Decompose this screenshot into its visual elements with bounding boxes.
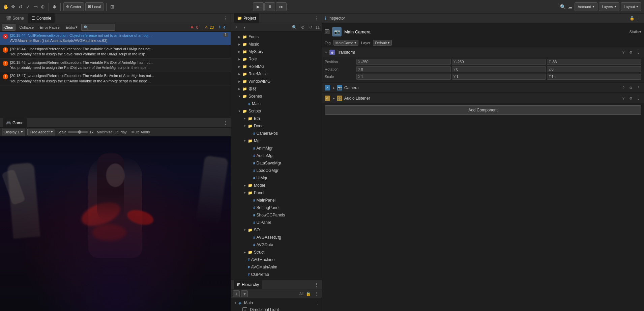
tag-dropdown[interactable]: MainCame ▾ xyxy=(333,40,358,46)
hierarchy-menu-icon[interactable]: ⋮ xyxy=(313,290,320,297)
audio-help-button[interactable]: ? xyxy=(620,95,626,101)
script-datasavemgr[interactable]: # DataSaveMgr xyxy=(231,159,322,167)
camera-settings-button[interactable]: ⚙ xyxy=(628,85,634,91)
tab-scene[interactable]: 🎬 Scene xyxy=(3,14,27,23)
snap-icon[interactable]: ⊞ xyxy=(109,4,115,10)
scale-z-field[interactable]: Z 1 xyxy=(547,74,641,80)
script-audiomgr[interactable]: # AudioMgr xyxy=(231,152,322,159)
script-avgmainanim[interactable]: # AVGMainAnim xyxy=(231,263,322,271)
folder-mgr[interactable]: ▼ 📁 Mgr xyxy=(231,137,322,145)
folder-role[interactable]: ▶ 📁 Role xyxy=(231,55,322,63)
folder-windowimg[interactable]: ▶ 📁 WindowIMG xyxy=(231,78,322,85)
script-loadcgmgr[interactable]: # LoadCGMgr xyxy=(231,167,322,174)
folder-so[interactable]: ▼ 📁 SO xyxy=(231,226,322,234)
console-entry[interactable]: ✕ [20:18:44] NullReferenceException: Obj… xyxy=(0,32,231,45)
script-mainpanel[interactable]: # MainPanel xyxy=(231,197,322,204)
component-menu-button[interactable]: ⋮ xyxy=(635,49,641,55)
hierarchy-add-dropdown[interactable]: ▾ xyxy=(241,290,248,297)
console-entry[interactable]: ! [20:18:47] UnassignedReferenceExceptio… xyxy=(0,72,231,85)
info-badge[interactable]: ℹ 4 xyxy=(217,25,229,30)
refresh-icon[interactable]: ↺ xyxy=(308,24,314,31)
pivot-center-button[interactable]: ⊙ Center xyxy=(63,2,84,11)
rotation-y-field[interactable]: Y 0 xyxy=(452,66,546,72)
scene-menu-button[interactable]: ⋮ xyxy=(316,301,319,305)
audio-menu-button[interactable]: ⋮ xyxy=(635,95,641,101)
play-button[interactable]: ▶ xyxy=(253,2,264,11)
hierarchy-panel-menu[interactable]: ⋮ xyxy=(314,282,319,287)
folder-panel[interactable]: ▼ 📁 Panel xyxy=(231,189,322,197)
console-entry[interactable]: ! [20:18:44] UnassignedReferenceExceptio… xyxy=(0,45,231,59)
layout-button[interactable]: Layout ▾ xyxy=(621,2,641,11)
cloud-icon[interactable]: ☁ xyxy=(567,4,573,10)
position-z-field[interactable]: Z -33 xyxy=(547,59,641,65)
transform-tool[interactable]: ⊕ xyxy=(40,4,46,10)
console-panel-menu[interactable]: ⋮ xyxy=(223,16,228,21)
rotate-tool[interactable]: ↺ xyxy=(18,4,24,10)
camera-enabled-checkbox[interactable]: ✓ xyxy=(325,85,330,90)
maximize-on-play-button[interactable]: Maximize On Play xyxy=(95,129,128,135)
component-help-button[interactable]: ? xyxy=(620,49,626,55)
scale-slider[interactable] xyxy=(68,131,88,133)
warn-badge[interactable]: ⚠ 23 xyxy=(203,25,216,30)
inspector-menu-button[interactable]: ⋮ xyxy=(637,16,641,21)
component-settings-button[interactable]: ⚙ xyxy=(628,49,634,55)
search-project-icon[interactable]: 🔍 xyxy=(291,24,298,31)
tab-game[interactable]: 🎮 Game xyxy=(3,118,27,127)
folder-model[interactable]: ▶ 📁 Model xyxy=(231,182,322,189)
clear-button[interactable]: Clear xyxy=(2,24,16,31)
folder-scenes[interactable]: ▼ 📁 Scenes xyxy=(231,93,322,100)
hierarchy-item-directional-light[interactable]: □ Directional Light xyxy=(231,306,322,311)
folder-scripts[interactable]: ▼ 📁 Scripts xyxy=(231,107,322,115)
folder-material[interactable]: ▶ 📁 素材 xyxy=(231,85,322,93)
search-icon[interactable]: 🔍 xyxy=(560,4,566,10)
game-panel-menu[interactable]: ⋮ xyxy=(223,120,228,126)
step-button[interactable]: ⏭ xyxy=(276,2,287,11)
tab-console[interactable]: ☰ Console xyxy=(28,14,55,23)
audio-enabled-checkbox[interactable]: ✓ xyxy=(325,96,330,101)
pause-button[interactable]: ⏸ xyxy=(264,2,275,11)
move-tool[interactable]: ✥ xyxy=(10,4,16,10)
hierarchy-add-button[interactable]: + xyxy=(233,290,240,297)
project-panel-menu[interactable]: ⋮ xyxy=(314,16,319,21)
account-button[interactable]: Account ▾ xyxy=(575,2,597,11)
scale-tool[interactable]: ⤢ xyxy=(25,4,31,10)
hierarchy-scene-main[interactable]: ▼ ◈ Main ⋮ xyxy=(231,300,322,306)
error-pause-button[interactable]: Error Pause xyxy=(37,24,62,31)
folder-done[interactable]: ▼ 📁 Done xyxy=(231,122,322,130)
filter-icon[interactable]: ⊙ xyxy=(299,24,306,31)
object-static[interactable]: Static ▾ xyxy=(629,30,641,34)
console-entry[interactable]: ! [20:18:46] UnassignedReferenceExceptio… xyxy=(0,59,231,72)
add-component-button[interactable]: Add Component xyxy=(325,105,641,115)
script-avgdata[interactable]: # AVGData xyxy=(231,241,322,249)
folder-fonts[interactable]: ▶ 📁 Fonts xyxy=(231,33,322,41)
folder-rolemusic[interactable]: ▶ 📁 RoleMusic xyxy=(231,70,322,78)
script-cgprefab[interactable]: # CGPrefab xyxy=(231,271,322,278)
camera-menu-button[interactable]: ⋮ xyxy=(635,85,641,91)
script-uipanel[interactable]: # UIPanel xyxy=(231,219,322,226)
position-x-field[interactable]: X -250 xyxy=(356,59,451,65)
position-y-field[interactable]: Y -250 xyxy=(452,59,546,65)
rotation-z-field[interactable]: Z 0 xyxy=(547,66,641,72)
script-animmgr[interactable]: # AnimMgr xyxy=(231,145,322,152)
more-tool[interactable]: ✱ xyxy=(52,4,58,10)
rect-tool[interactable]: ▭ xyxy=(32,4,38,10)
script-avgassetcfg[interactable]: # AVGAssetCfg xyxy=(231,234,322,241)
editor-button[interactable]: Editor ▾ xyxy=(63,24,80,31)
audio-settings-button[interactable]: ⚙ xyxy=(628,95,634,101)
rotation-x-field[interactable]: X 0 xyxy=(356,66,451,72)
mute-audio-button[interactable]: Mute Audio xyxy=(130,129,151,135)
object-enabled-checkbox[interactable]: ✓ xyxy=(325,29,329,34)
scene-main[interactable]: ◈ Main xyxy=(231,100,322,107)
script-avgmachine[interactable]: # AVGMachine xyxy=(231,256,322,263)
hierarchy-lock-icon[interactable]: 🔒 xyxy=(305,290,312,297)
inspector-lock-button[interactable]: 🔒 xyxy=(630,16,635,21)
folder-mystory[interactable]: ▶ 📁 MyStory xyxy=(231,48,322,55)
console-search-input[interactable] xyxy=(81,24,115,31)
script-settingpanel[interactable]: # SettingPanel xyxy=(231,204,322,211)
tab-hierarchy[interactable]: ⊞ Hierarchy xyxy=(234,280,262,289)
script-showcgpanels[interactable]: # ShowCGPanels xyxy=(231,211,322,219)
add-asset-button[interactable]: ▾ xyxy=(241,24,248,31)
script-camerapos[interactable]: # CameraPos xyxy=(231,130,322,137)
scale-x-field[interactable]: X 1 xyxy=(356,74,451,80)
layers-button[interactable]: Layers ▾ xyxy=(599,2,619,11)
